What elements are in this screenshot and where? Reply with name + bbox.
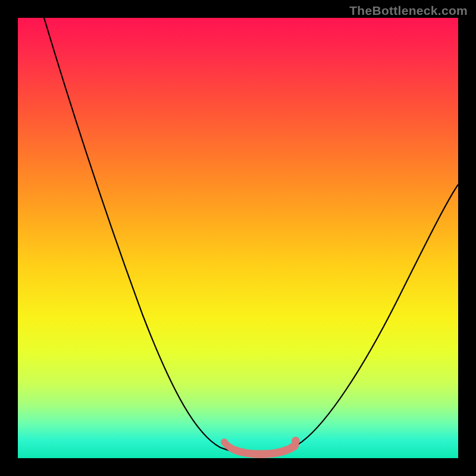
chart-overlay: [18, 18, 458, 458]
chart-frame: [18, 18, 458, 458]
watermark-text: TheBottleneck.com: [349, 4, 468, 18]
tolerance-dot-left: [221, 439, 228, 446]
bottleneck-curve-line: [44, 18, 458, 455]
tolerance-dot-right: [292, 437, 300, 445]
tolerance-band: [224, 440, 299, 457]
